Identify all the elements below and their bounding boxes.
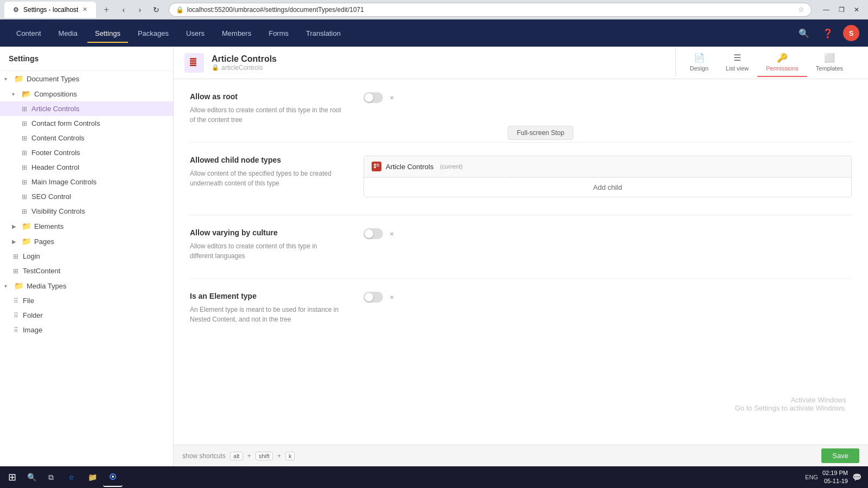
browser-tab[interactable]: ⚙ Settings - localhost ✕	[4, 2, 96, 18]
svg-rect-8	[376, 165, 379, 166]
close-button[interactable]: ✕	[850, 3, 864, 17]
tree-item-contact-form[interactable]: ⊞ Contact form Controls	[0, 116, 173, 131]
nav-item-packages[interactable]: Packages	[130, 25, 176, 42]
chevron-icon: ▾	[4, 283, 11, 289]
separator-2	[190, 215, 852, 215]
allow-as-root-left: Allow as root Allow editors to create co…	[190, 92, 342, 125]
help-button[interactable]: ❓	[819, 24, 837, 42]
tab-listview[interactable]: ☰ List view	[717, 48, 757, 77]
nav-item-translation[interactable]: Translation	[298, 25, 348, 42]
nav-item-content[interactable]: Content	[9, 25, 49, 42]
svg-rect-1	[190, 60, 196, 62]
windows-watermark: Activate Windows Go to Settings to activ…	[735, 396, 846, 412]
tree-item-main-image[interactable]: ⊞ Main Image Controls	[0, 175, 173, 189]
tab-templates[interactable]: ⬜ Templates	[807, 48, 852, 77]
tree-item-visibility[interactable]: ⊞ Visibility Controls	[0, 204, 173, 219]
tree-item-media-types[interactable]: ▾ 📁 Media Types	[0, 278, 173, 293]
notification-icon[interactable]: 💬	[852, 473, 861, 481]
tab-close-button[interactable]: ✕	[82, 6, 87, 13]
grid-icon: ⊞	[12, 253, 20, 260]
svg-rect-5	[374, 165, 376, 166]
user-avatar[interactable]: S	[843, 25, 859, 41]
tree-item-footer-controls[interactable]: ⊞ Footer Controls	[0, 145, 173, 160]
start-button[interactable]: ⊞	[2, 467, 22, 487]
nav-item-forms[interactable]: Forms	[261, 25, 296, 42]
nav-item-members[interactable]: Members	[214, 25, 259, 42]
svg-rect-3	[190, 65, 196, 66]
is-element-toggle[interactable]	[363, 292, 383, 303]
alt-key: alt	[230, 452, 243, 460]
new-tab-button[interactable]: +	[99, 3, 113, 17]
svg-rect-2	[190, 62, 196, 64]
plus-1: +	[247, 452, 251, 460]
back-button[interactable]: ‹	[117, 3, 131, 17]
save-button[interactable]: Save	[821, 448, 859, 463]
tree-item-image[interactable]: ⠿ Image	[0, 323, 173, 337]
allowed-child-nodes-desc: Allow content of the specified types to …	[190, 169, 342, 188]
browser-nav-controls: ‹ › ↻	[117, 3, 163, 17]
tab-design[interactable]: 📄 Design	[681, 48, 717, 77]
tree-item-content-controls[interactable]: ⊞ Content Controls	[0, 131, 173, 145]
folder-icon: 📁	[14, 281, 23, 290]
tree-item-testcontent[interactable]: ⊞ TestContent	[0, 264, 173, 278]
nav-item-settings[interactable]: Settings	[87, 25, 128, 42]
allowed-child-nodes-section: Allowed child node types Allow content o…	[190, 156, 852, 197]
grid-icon: ⊞	[21, 105, 28, 113]
fullscreen-banner: Full-screen Stop	[508, 126, 573, 140]
minimize-button[interactable]: —	[819, 3, 833, 17]
svg-rect-4	[374, 164, 376, 165]
taskbar-search-button[interactable]: 🔍	[23, 468, 40, 486]
taskbar-explorer[interactable]: 📁	[82, 467, 102, 487]
tab-permissions[interactable]: 🔑 Permissions	[757, 48, 807, 77]
sidebar: Settings ▾ 📁 Document Types ▾ 📂 Composit…	[0, 47, 174, 466]
search-button[interactable]: 🔍	[795, 24, 813, 42]
document-alias: 🔒 articleControls	[212, 64, 675, 72]
bottom-bar: show shortcuts alt + shift + k Save	[174, 445, 868, 466]
document-title: Article Controls	[212, 54, 675, 64]
tree-item-header-control[interactable]: ⊞ Header Control	[0, 160, 173, 175]
tree-item-elements[interactable]: ▶ 📁 Elements	[0, 219, 173, 234]
taskbar-ie[interactable]: e	[62, 467, 81, 487]
folder-icon: 📁	[22, 237, 31, 246]
allowed-child-nodes-right: Article Controls (current) Add child	[363, 156, 852, 197]
child-node-icon	[372, 162, 381, 171]
tree-item-login[interactable]: ⊞ Login	[0, 249, 173, 264]
grid-icon: ⊞	[21, 134, 28, 142]
allow-varying-toggle[interactable]	[363, 228, 383, 239]
tree-item-compositions[interactable]: ▾ 📂 Compositions	[0, 86, 173, 101]
tree-item-article-controls[interactable]: ⊞ Article Controls	[0, 101, 173, 116]
taskbar-lang: ENG	[805, 474, 818, 480]
tree-item-document-types[interactable]: ▾ 📁 Document Types	[0, 71, 173, 86]
add-child-button[interactable]: Add child	[364, 177, 851, 197]
permissions-icon: 🔑	[777, 53, 788, 63]
refresh-button[interactable]: ↻	[149, 3, 163, 17]
grid-icon: ⊞	[21, 208, 28, 215]
nav-item-media[interactable]: Media	[51, 25, 85, 42]
taskbar-task-view[interactable]: ⧉	[41, 467, 61, 487]
tree-item-seo[interactable]: ⊞ SEO Control	[0, 189, 173, 204]
maximize-button[interactable]: ❐	[834, 3, 848, 17]
child-node-label: Article Controls	[386, 163, 433, 171]
toggle-knob	[365, 93, 373, 102]
is-element-toggle-container: ✕	[363, 292, 852, 303]
separator-3	[190, 278, 852, 279]
tree-item-folder[interactable]: ⠿ Folder	[0, 308, 173, 323]
tab-favicon: ⚙	[13, 6, 19, 14]
taskbar-chrome[interactable]	[103, 467, 123, 487]
allow-as-root-toggle[interactable]	[363, 92, 383, 103]
templates-icon: ⬜	[824, 53, 835, 63]
tree-item-pages[interactable]: ▶ 📁 Pages	[0, 234, 173, 249]
address-bar[interactable]: 🔒 localhost:55200/umbraco#/settings/docu…	[169, 3, 812, 17]
svg-rect-7	[376, 164, 379, 165]
chevron-icon: ▶	[12, 239, 18, 245]
grid-icon: ⠿	[12, 297, 20, 305]
grid-icon: ⊞	[21, 178, 28, 186]
forward-button[interactable]: ›	[133, 3, 147, 17]
nav-item-users[interactable]: Users	[178, 25, 212, 42]
svg-rect-0	[190, 58, 196, 60]
is-element-left: Is an Element type An Element type is me…	[190, 292, 342, 324]
window-controls: — ❐ ✕	[819, 3, 864, 17]
tree-item-file[interactable]: ⠿ File	[0, 293, 173, 308]
grid-icon: ⊞	[21, 149, 28, 157]
toggle-x-icon: ✕	[390, 231, 394, 237]
